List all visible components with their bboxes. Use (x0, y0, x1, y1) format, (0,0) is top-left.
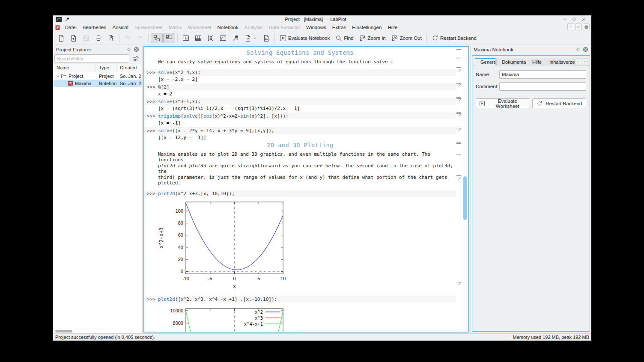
new-workbook-button[interactable] (180, 33, 192, 43)
maximize-button[interactable] (571, 16, 578, 22)
mdi-minimize-button[interactable] (567, 24, 574, 30)
command-cell[interactable]: >>>plot2d([x^2, x^3, x^4 -x +1] ,[x,-10,… (145, 296, 456, 303)
column-header-name[interactable]: Name (53, 64, 95, 72)
menu-windows[interactable]: Windows (303, 24, 329, 31)
menu-notebook[interactable]: Notebook (215, 24, 242, 31)
search-input[interactable] (54, 54, 129, 62)
menu-ansicht[interactable]: Ansicht (109, 24, 131, 31)
comment-field[interactable] (499, 82, 586, 91)
tab-hilfe[interactable]: Hilfe (527, 58, 543, 66)
horizontal-scrollbar[interactable] (53, 329, 142, 333)
toggle-properties-icon (166, 35, 173, 42)
scrollbar-thumb[interactable] (55, 330, 72, 332)
print-button[interactable] (92, 33, 104, 43)
restart-backend-button[interactable]: Restart Backend (429, 33, 479, 43)
zoom-in-button[interactable]: Zoom In (357, 33, 388, 43)
pin-icon[interactable] (65, 17, 70, 22)
vertical-scrollbar[interactable] (462, 47, 468, 332)
command-code[interactable]: solve(x^3=1,x); (158, 99, 456, 104)
command-code[interactable]: trigsimp(solve([cos(x)^2-x=2-sin(x)^2], … (158, 113, 456, 119)
new-notebook-button[interactable] (242, 33, 260, 43)
command-code[interactable]: plot2d(x^2-x+3,[x,-10,10]); (158, 191, 456, 196)
find-button[interactable]: Find (333, 33, 356, 43)
close-dock-icon[interactable] (134, 47, 139, 52)
save-button[interactable] (80, 33, 92, 43)
name-field[interactable] (499, 70, 586, 79)
cell-bracket[interactable] (456, 113, 461, 127)
command-cell[interactable]: >>>%[2] (145, 83, 456, 90)
text-cell[interactable]: We can easily solve equations and system… (145, 59, 456, 65)
menu-hilfe[interactable]: Hilfe (385, 24, 400, 31)
command-cell[interactable]: >>>trigsimp(solve([cos(x)^2-x=2-sin(x)^2… (145, 113, 456, 119)
undo-button[interactable] (122, 33, 134, 43)
tree-row-project[interactable]: ProjectProjectSo. Jan. 2 18: (53, 72, 142, 80)
column-header-created[interactable]: Created (116, 64, 142, 72)
item-name: Maxima (75, 81, 92, 86)
svg-text:40: 40 (178, 244, 183, 249)
menubar-items: DateiBearbeitenAnsichtSpreadsheetMatrixW… (62, 24, 400, 31)
mdi-close-button[interactable] (583, 24, 590, 30)
command-code[interactable]: solve(x^2-4,x); (158, 70, 456, 75)
minimize-button[interactable] (561, 16, 568, 22)
text-cell[interactable]: Maxima enables us to plot 2D and 3D grap… (145, 151, 456, 186)
open-project-button[interactable] (68, 33, 80, 43)
float-dock-icon[interactable] (576, 47, 581, 52)
evaluate-button[interactable]: Evaluate Notebook (277, 33, 332, 43)
new-script-button[interactable] (260, 33, 272, 43)
command-cell[interactable]: >>>solve(x^2-4,x); (145, 69, 456, 76)
cell-bracket[interactable] (456, 49, 461, 57)
tab-dokumentation[interactable]: Dokumentation (496, 58, 526, 66)
new-datapicker-button[interactable] (230, 33, 242, 43)
cell-bracket[interactable] (456, 282, 461, 332)
command-cell[interactable]: >>>solve([x - 2*y = 14, x + 3*y = 9],[x,… (145, 127, 456, 134)
cell-bracket[interactable] (456, 177, 461, 281)
labplot-app-icon (56, 17, 62, 22)
new-project-button[interactable] (55, 33, 67, 43)
restart-backend-button[interactable]: Restart Backend (532, 98, 587, 108)
prompt: >>> (147, 191, 158, 196)
command-code[interactable]: plot2d([x^2, x^3, x^4 -x +1] ,[x,-10,10]… (158, 297, 456, 302)
command-code[interactable]: solve([x - 2*y = 14, x + 3*y = 9],[x,y])… (158, 128, 456, 134)
main-area: Project Explorer Name Type Created Proje… (53, 45, 591, 333)
menu-bearbeiten[interactable]: Bearbeiten (80, 24, 110, 31)
toggle-properties-button[interactable] (163, 33, 175, 43)
cell-bracket[interactable] (456, 154, 461, 176)
menu-einstellungen[interactable]: Einstellungen (349, 24, 385, 31)
cell-bracket[interactable] (456, 98, 461, 113)
tab-scroll-right-button[interactable]: > (582, 58, 588, 65)
float-dock-icon[interactable] (127, 47, 131, 52)
cell-bracket[interactable] (456, 59, 461, 68)
expander-icon[interactable] (55, 74, 61, 78)
tree-row-maxima[interactable]: MaximaNotebookSo. Jan. 2 18: (53, 80, 142, 87)
new-matrix-button[interactable] (205, 33, 217, 43)
command-code[interactable]: %[2] (158, 84, 456, 90)
cell-bracket[interactable] (456, 69, 461, 82)
tab-inhaltsverzeichn[interactable]: Inhaltsverzeichn (544, 58, 575, 66)
filter-options-button[interactable] (131, 54, 141, 62)
cell-bracket[interactable] (456, 128, 461, 142)
tab-general[interactable]: General (475, 58, 496, 66)
command-cell[interactable]: >>>solve(x^3=1,x); (145, 98, 456, 105)
command-cell[interactable]: >>>plot2d(x^2-x+3,[x,-10,10]); (145, 190, 456, 197)
column-header-type[interactable]: Type (95, 64, 116, 72)
print-preview-button[interactable] (105, 33, 117, 43)
cell-bracket[interactable] (456, 83, 461, 98)
zoom-out-button[interactable]: Zoom Out (389, 33, 424, 43)
evaluate-worksheet-button[interactable]: Evaluate Worksheet (476, 98, 530, 108)
toolbar-button-label: Find (344, 36, 353, 41)
menu-extras[interactable]: Extras (329, 24, 349, 31)
redo-button[interactable] (134, 33, 146, 43)
menu-datei[interactable]: Datei (62, 24, 80, 31)
new-spreadsheet-button[interactable] (192, 33, 204, 43)
svg-text:x: x (233, 283, 236, 289)
new-worksheet-button[interactable] (217, 33, 229, 43)
mdi-restore-button[interactable] (575, 24, 582, 30)
svg-text:-10: -10 (182, 276, 189, 281)
cell-bracket[interactable] (456, 143, 461, 153)
toggle-project-explorer-button[interactable] (151, 33, 163, 43)
tab-scroll-left-button[interactable]: < (575, 58, 581, 65)
scrollbar-thumb[interactable] (463, 176, 467, 220)
close-dock-icon[interactable] (583, 47, 588, 52)
status-message: Project successfully opened (in 0,405 se… (55, 335, 513, 340)
close-button[interactable] (580, 16, 587, 22)
